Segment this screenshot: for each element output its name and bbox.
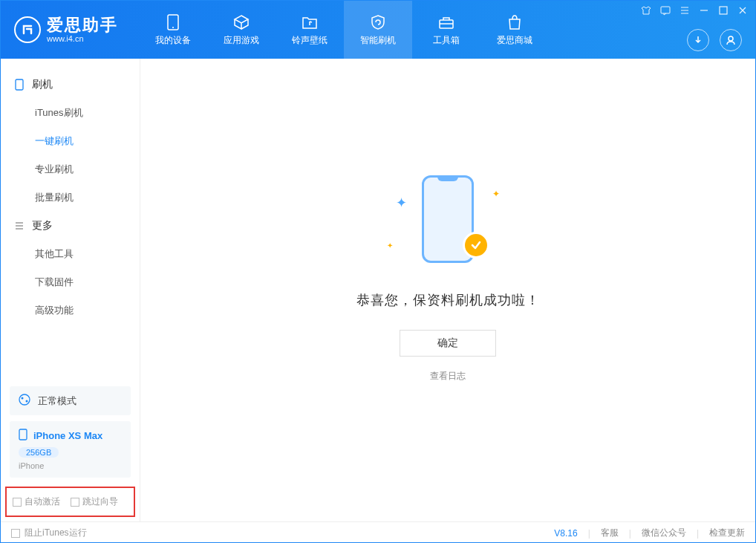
device-type-label: iPhone (19, 461, 122, 470)
flash-options-box: 自动激活 跳过向导 (5, 487, 135, 517)
success-check-icon (463, 232, 489, 259)
sidebar-item-oneclick-flash[interactable]: 一键刷机 (10, 127, 131, 155)
nav-tab-flash[interactable]: 智能刷机 (344, 1, 412, 59)
update-link[interactable]: 检查更新 (709, 527, 745, 539)
shield-refresh-icon (369, 13, 387, 31)
nav-label: 爱思商城 (497, 34, 532, 47)
logo-area: 爱思助手 www.i4.cn (1, 16, 131, 43)
separator: | (697, 528, 699, 539)
checkbox-icon[interactable] (13, 498, 22, 507)
phone-small-icon (19, 429, 27, 443)
user-controls (687, 29, 742, 51)
option-skip-guide[interactable]: 跳过向导 (71, 495, 118, 508)
version-label: V8.16 (554, 528, 577, 539)
checkbox-icon[interactable] (71, 498, 79, 507)
close-icon[interactable] (737, 5, 748, 16)
minimize-icon[interactable] (699, 5, 709, 16)
list-icon (14, 221, 25, 231)
sidebar-item-other-tools[interactable]: 其他工具 (10, 240, 131, 268)
checkbox-icon[interactable] (11, 529, 20, 538)
nav-label: 铃声壁纸 (292, 34, 328, 47)
block-itunes-label[interactable]: 阻止iTunes运行 (25, 527, 87, 539)
nav-label: 智能刷机 (360, 34, 396, 47)
device-mode-status[interactable]: 正常模式 (10, 386, 131, 415)
sidebar-item-pro-flash[interactable]: 专业刷机 (10, 155, 131, 183)
main-content: ✦ ✦ ✦ 恭喜您，保资料刷机成功啦！ 确定 查看日志 (140, 59, 755, 521)
phone-icon (164, 13, 182, 31)
status-label: 正常模式 (38, 394, 76, 408)
status-icon (19, 394, 30, 408)
success-message: 恭喜您，保资料刷机成功啦！ (356, 291, 540, 309)
svg-rect-10 (19, 429, 27, 440)
user-icon[interactable] (720, 29, 742, 51)
nav-label: 工具箱 (433, 34, 460, 47)
sparkle-icon: ✦ (492, 189, 500, 199)
option-label: 跳过向导 (82, 495, 118, 508)
sidebar-section-flash[interactable]: 刷机 (10, 71, 131, 99)
view-log-link[interactable]: 查看日志 (430, 370, 466, 383)
app-subtitle: www.i4.cn (47, 34, 118, 43)
feedback-icon[interactable] (660, 5, 671, 16)
menu-icon[interactable] (680, 5, 690, 16)
download-icon[interactable] (687, 29, 709, 51)
success-illustration: ✦ ✦ ✦ (396, 168, 500, 272)
svg-point-7 (19, 394, 30, 405)
maximize-icon[interactable] (718, 5, 729, 16)
option-auto-activate[interactable]: 自动激活 (13, 495, 60, 508)
nav-tab-store[interactable]: 爱思商城 (480, 1, 549, 59)
section-title: 更多 (32, 219, 53, 233)
ok-button[interactable]: 确定 (400, 330, 496, 357)
device-icon (14, 79, 25, 90)
nav-tab-toolbox[interactable]: 工具箱 (412, 1, 480, 59)
sidebar-item-download-firmware[interactable]: 下载固件 (10, 268, 131, 296)
option-label: 自动激活 (25, 495, 60, 508)
nav-tabs: 我的设备 应用游戏 铃声壁纸 智能刷机 工具箱 爱思商城 (139, 1, 549, 59)
sidebar-item-advanced[interactable]: 高级功能 (10, 296, 131, 325)
music-folder-icon (301, 13, 319, 31)
sparkle-icon: ✦ (396, 195, 407, 211)
nav-label: 应用游戏 (224, 34, 259, 47)
svg-rect-3 (661, 7, 670, 13)
nav-tab-ringtone[interactable]: 铃声壁纸 (276, 1, 344, 59)
cube-icon (232, 13, 250, 31)
device-info-block[interactable]: iPhone XS Max 256GB iPhone (10, 421, 131, 478)
app-logo-icon (14, 16, 41, 43)
section-title: 刷机 (32, 78, 53, 91)
app-title: 爱思助手 (47, 16, 118, 34)
separator: | (588, 528, 590, 539)
device-storage-badge: 256GB (19, 447, 59, 458)
sidebar-item-itunes-flash[interactable]: iTunes刷机 (10, 99, 131, 127)
shirt-icon[interactable] (641, 5, 651, 16)
svg-point-1 (172, 27, 174, 28)
support-link[interactable]: 客服 (601, 527, 619, 539)
sidebar-item-batch-flash[interactable]: 批量刷机 (10, 183, 131, 212)
svg-rect-6 (16, 79, 23, 90)
svg-point-5 (729, 36, 733, 41)
toolbox-icon (437, 13, 455, 31)
device-name-label: iPhone XS Max (33, 430, 102, 441)
sparkle-icon: ✦ (387, 241, 393, 250)
sidebar: 刷机 iTunes刷机 一键刷机 专业刷机 批量刷机 更多 其他工具 下载固件 … (1, 59, 140, 521)
svg-point-8 (22, 397, 24, 400)
nav-tab-apps[interactable]: 应用游戏 (207, 1, 276, 59)
nav-tab-device[interactable]: 我的设备 (139, 1, 207, 59)
window-controls (641, 5, 748, 16)
svg-point-9 (26, 400, 28, 403)
bag-icon (506, 13, 524, 31)
separator: | (629, 528, 631, 539)
app-header: 爱思助手 www.i4.cn 我的设备 应用游戏 铃声壁纸 智能刷机 工具箱 爱… (1, 1, 755, 59)
svg-rect-4 (720, 7, 727, 14)
wechat-link[interactable]: 微信公众号 (642, 527, 686, 539)
footer-bar: 阻止iTunes运行 V8.16 | 客服 | 微信公众号 | 检查更新 (1, 521, 755, 543)
sidebar-section-more[interactable]: 更多 (10, 212, 131, 240)
nav-label: 我的设备 (155, 34, 191, 47)
